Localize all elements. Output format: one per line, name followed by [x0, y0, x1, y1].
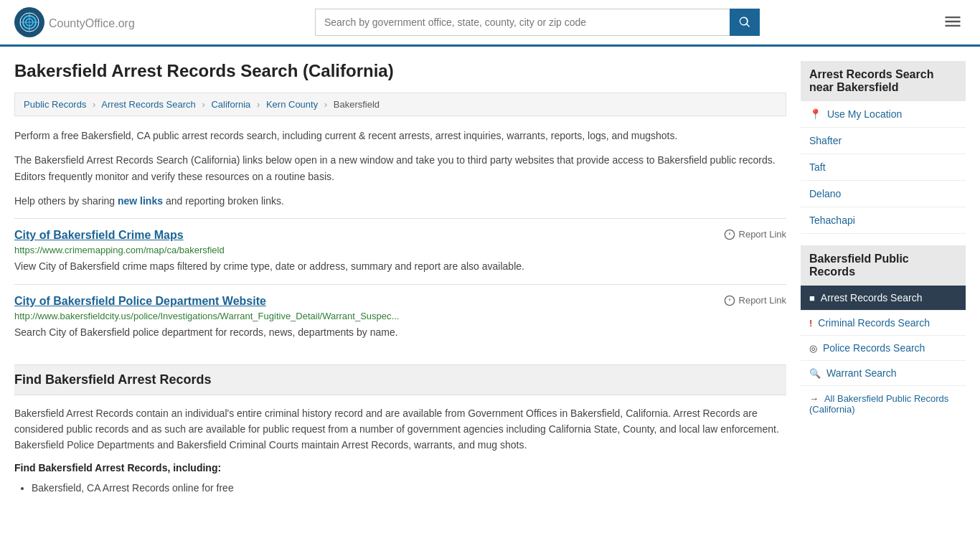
sidebar-use-location[interactable]: 📍 Use My Location	[801, 101, 966, 128]
logo-text: CountyOffice.org	[49, 14, 135, 31]
warrant-search-link[interactable]: Warrant Search	[826, 367, 897, 379]
logo-area: CountyOffice.org	[14, 7, 135, 37]
use-my-location-link[interactable]: Use My Location	[827, 108, 902, 120]
sidebar-location-delano[interactable]: Delano	[801, 181, 966, 207]
sidebar-item-arrest-records[interactable]: ■ Arrest Records Search	[801, 286, 966, 311]
desc-para-3-prefix: Help others by sharing	[14, 195, 118, 207]
criminal-records-icon: !	[809, 318, 812, 329]
resource-card-header-1: City of Bakersfield Police Department We…	[14, 295, 786, 308]
breadcrumb-sep-2: ›	[202, 99, 204, 110]
resource-desc-1: Search City of Bakersfield police depart…	[14, 325, 786, 340]
resource-card-0: City of Bakersfield Crime Maps Report Li…	[14, 218, 786, 284]
find-including-label: Find Bakersfield Arrest Records, includi…	[14, 462, 786, 474]
breadcrumb-sep-4: ›	[324, 99, 327, 110]
report-link-label-0: Report Link	[739, 229, 786, 240]
resource-title-1[interactable]: City of Bakersfield Police Department We…	[14, 295, 266, 308]
police-records-icon: ◎	[809, 343, 817, 354]
breadcrumb-kern-county[interactable]: Kern County	[266, 99, 318, 110]
arrest-records-icon: ■	[809, 293, 815, 303]
all-records-link[interactable]: All Bakersfield Public Records (Californ…	[809, 393, 948, 415]
taft-link[interactable]: Taft	[809, 161, 826, 173]
find-section-body: Bakersfield Arrest Records contain an in…	[14, 405, 786, 453]
desc-para-3: Help others by sharing new links and rep…	[14, 193, 786, 209]
shafter-link[interactable]: Shafter	[809, 135, 842, 146]
resource-url-1: http://www.bakersfieldcity.us/police/Inv…	[14, 311, 786, 321]
sidebar-nearby-title: Arrest Records Search near Bakersfield	[801, 61, 966, 101]
sidebar-item-warrant-search[interactable]: 🔍 Warrant Search	[801, 361, 966, 386]
breadcrumb-arrest-records[interactable]: Arrest Records Search	[101, 99, 196, 110]
find-section-title: Find Bakersfield Arrest Records	[14, 372, 786, 387]
header: CountyOffice.org	[0, 0, 980, 47]
tehachapi-link[interactable]: Tehachapi	[809, 215, 855, 226]
sidebar-all-records[interactable]: → All Bakersfield Public Records (Califo…	[801, 386, 966, 422]
sidebar-location-shafter[interactable]: Shafter	[801, 128, 966, 154]
find-bullets: Bakersfield, CA Arrest Records online fo…	[14, 479, 786, 497]
resource-desc-0: View City of Bakersfield crime maps filt…	[14, 259, 786, 274]
sidebar-item-criminal-records[interactable]: ! Criminal Records Search	[801, 311, 966, 336]
report-link-btn-1[interactable]: Report Link	[724, 295, 786, 306]
sidebar-location-tehachapi[interactable]: Tehachapi	[801, 207, 966, 234]
sidebar-item-police-records[interactable]: ◎ Police Records Search	[801, 336, 966, 361]
sidebar-public-records-title: Bakersfield Public Records	[801, 245, 966, 286]
report-link-label-1: Report Link	[739, 295, 786, 306]
resource-card-1: City of Bakersfield Police Department We…	[14, 284, 786, 350]
sidebar-location-taft[interactable]: Taft	[801, 154, 966, 181]
delano-link[interactable]: Delano	[809, 188, 841, 199]
resource-cards: City of Bakersfield Crime Maps Report Li…	[14, 218, 786, 350]
new-links-link[interactable]: new links	[118, 195, 163, 207]
report-link-btn-0[interactable]: Report Link	[724, 229, 786, 240]
main-container: Bakersfield Arrest Records Search (Calif…	[0, 47, 980, 512]
breadcrumb-sep-3: ›	[257, 99, 260, 110]
desc-para-2: The Bakersfield Arrest Records Search (C…	[14, 152, 786, 184]
police-records-link[interactable]: Police Records Search	[823, 342, 925, 354]
breadcrumb-bakersfield: Bakersfield	[334, 99, 380, 110]
hamburger-menu-button[interactable]	[940, 9, 966, 37]
search-bar	[315, 9, 760, 36]
location-pin-icon: 📍	[809, 108, 821, 120]
breadcrumb-california[interactable]: California	[211, 99, 250, 110]
desc-para-1: Perform a free Bakersfield, CA public ar…	[14, 128, 786, 143]
warrant-search-icon: 🔍	[809, 368, 821, 379]
sidebar-nearby-locations: Shafter Taft Delano Tehachapi	[801, 128, 966, 234]
resource-title-0[interactable]: City of Bakersfield Crime Maps	[14, 229, 184, 242]
arrow-right-icon: →	[809, 393, 819, 404]
breadcrumb-public-records[interactable]: Public Records	[24, 99, 86, 110]
desc-para-3-suffix: and reporting broken links.	[163, 195, 284, 207]
resource-card-header-0: City of Bakersfield Crime Maps Report Li…	[14, 229, 786, 242]
find-section-header: Find Bakersfield Arrest Records	[14, 364, 786, 395]
logo-icon	[14, 7, 44, 37]
search-input[interactable]	[315, 9, 730, 36]
breadcrumb: Public Records › Arrest Records Search ›…	[14, 93, 786, 116]
arrest-records-link[interactable]: Arrest Records Search	[821, 292, 923, 303]
resource-url-0: https://www.crimemapping.com/map/ca/bake…	[14, 245, 786, 255]
search-button[interactable]	[730, 9, 760, 36]
sidebar: Arrest Records Search near Bakersfield 📍…	[801, 61, 966, 497]
content-area: Bakersfield Arrest Records Search (Calif…	[14, 61, 786, 497]
sidebar-records-section: Bakersfield Public Records ■ Arrest Reco…	[801, 245, 966, 422]
criminal-records-link[interactable]: Criminal Records Search	[818, 317, 930, 329]
page-title: Bakersfield Arrest Records Search (Calif…	[14, 61, 786, 81]
breadcrumb-sep-1: ›	[93, 99, 95, 110]
bullet-item-0: Bakersfield, CA Arrest Records online fo…	[32, 479, 786, 497]
